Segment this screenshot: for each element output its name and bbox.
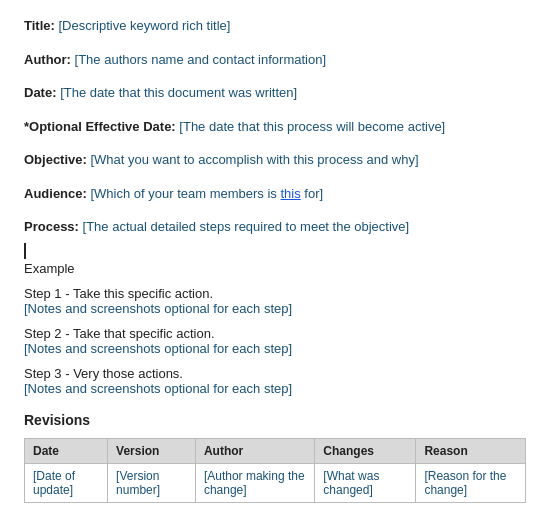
objective-value: [What you want to accomplish with this p… — [90, 152, 418, 167]
cell-reason: [Reason for the change] — [416, 463, 526, 502]
cell-author: [Author making the change] — [195, 463, 314, 502]
table-row: [Date of update] [Version number] [Autho… — [25, 463, 526, 502]
step1-note: [Notes and screenshots optional for each… — [24, 301, 526, 316]
date-label: Date: — [24, 85, 57, 100]
col-author: Author — [195, 438, 314, 463]
author-value: [The authors name and contact informatio… — [75, 52, 326, 67]
step2-note: [Notes and screenshots optional for each… — [24, 341, 526, 356]
step3-block: Step 3 - Very those actions. [Notes and … — [24, 366, 526, 396]
table-header-row: Date Version Author Changes Reason — [25, 438, 526, 463]
step2-main: Step 2 - Take that specific action. — [24, 326, 526, 341]
audience-link[interactable]: this — [280, 186, 300, 201]
cursor-area — [24, 243, 526, 259]
optional-label: *Optional Effective Date: — [24, 119, 176, 134]
optional-date-field: *Optional Effective Date: [The date that… — [24, 117, 526, 137]
revisions-heading: Revisions — [24, 412, 526, 428]
title-label: Title: — [24, 18, 55, 33]
cell-date: [Date of update] — [25, 463, 108, 502]
col-date: Date — [25, 438, 108, 463]
step3-main: Step 3 - Very those actions. — [24, 366, 526, 381]
step1-main: Step 1 - Take this specific action. — [24, 286, 526, 301]
date-value: [The date that this document was written… — [60, 85, 297, 100]
title-value: [Descriptive keyword rich title] — [58, 18, 230, 33]
objective-field: Objective: [What you want to accomplish … — [24, 150, 526, 170]
text-cursor — [24, 243, 26, 259]
author-label: Author: — [24, 52, 71, 67]
step3-note: [Notes and screenshots optional for each… — [24, 381, 526, 396]
objective-label: Objective: — [24, 152, 87, 167]
author-field: Author: [The authors name and contact in… — [24, 50, 526, 70]
cell-changes: [What was changed] — [315, 463, 416, 502]
date-field: Date: [The date that this document was w… — [24, 83, 526, 103]
col-version: Version — [108, 438, 196, 463]
step2-block: Step 2 - Take that specific action. [Not… — [24, 326, 526, 356]
audience-value: [Which of your team members is this for] — [90, 186, 323, 201]
title-field: Title: [Descriptive keyword rich title] — [24, 16, 526, 36]
col-reason: Reason — [416, 438, 526, 463]
step1-block: Step 1 - Take this specific action. [Not… — [24, 286, 526, 316]
process-label: Process: — [24, 219, 79, 234]
revisions-table: Date Version Author Changes Reason [Date… — [24, 438, 526, 503]
cell-version: [Version number] — [108, 463, 196, 502]
process-value: [The actual detailed steps required to m… — [83, 219, 410, 234]
col-changes: Changes — [315, 438, 416, 463]
audience-label: Audience: — [24, 186, 87, 201]
example-text: Example — [24, 261, 526, 276]
process-field: Process: [The actual detailed steps requ… — [24, 217, 526, 237]
optional-value: [The date that this process will become … — [179, 119, 445, 134]
audience-field: Audience: [Which of your team members is… — [24, 184, 526, 204]
